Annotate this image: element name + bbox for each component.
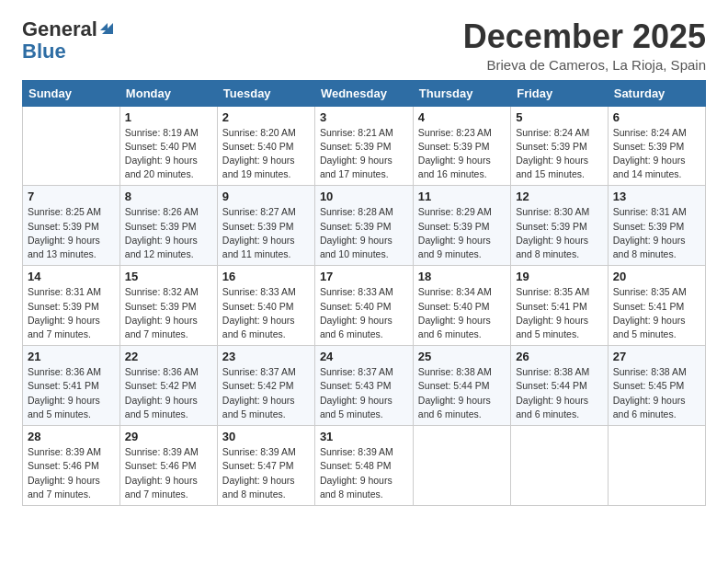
calendar-cell: 28Sunrise: 8:39 AMSunset: 5:46 PMDayligh… bbox=[23, 426, 120, 506]
day-number: 10 bbox=[320, 190, 408, 203]
day-number: 8 bbox=[125, 190, 212, 203]
title-block: December 2025 Brieva de Cameros, La Rioj… bbox=[463, 18, 706, 73]
day-number: 9 bbox=[222, 190, 310, 203]
day-detail: Sunrise: 8:24 AMSunset: 5:39 PMDaylight:… bbox=[516, 126, 603, 182]
day-detail: Sunrise: 8:39 AMSunset: 5:46 PMDaylight:… bbox=[28, 445, 115, 501]
day-detail: Sunrise: 8:23 AMSunset: 5:39 PMDaylight:… bbox=[418, 126, 506, 182]
calendar-cell: 5Sunrise: 8:24 AMSunset: 5:39 PMDaylight… bbox=[511, 106, 609, 186]
calendar-cell: 26Sunrise: 8:38 AMSunset: 5:44 PMDayligh… bbox=[511, 346, 609, 426]
day-detail: Sunrise: 8:39 AMSunset: 5:47 PMDaylight:… bbox=[222, 445, 310, 501]
day-number: 13 bbox=[613, 190, 700, 203]
calendar-cell: 8Sunrise: 8:26 AMSunset: 5:39 PMDaylight… bbox=[119, 186, 217, 266]
day-number: 14 bbox=[28, 270, 115, 283]
calendar-week-row: 7Sunrise: 8:25 AMSunset: 5:39 PMDaylight… bbox=[23, 186, 706, 266]
day-detail: Sunrise: 8:39 AMSunset: 5:48 PMDaylight:… bbox=[320, 445, 408, 501]
day-number: 19 bbox=[516, 270, 603, 283]
day-number: 31 bbox=[320, 430, 408, 443]
day-detail: Sunrise: 8:33 AMSunset: 5:40 PMDaylight:… bbox=[222, 285, 310, 341]
calendar-cell: 9Sunrise: 8:27 AMSunset: 5:39 PMDaylight… bbox=[217, 186, 314, 266]
calendar-week-row: 28Sunrise: 8:39 AMSunset: 5:46 PMDayligh… bbox=[23, 426, 706, 506]
calendar-table: SundayMondayTuesdayWednesdayThursdayFrid… bbox=[22, 80, 706, 506]
day-detail: Sunrise: 8:30 AMSunset: 5:39 PMDaylight:… bbox=[516, 205, 603, 261]
day-detail: Sunrise: 8:37 AMSunset: 5:42 PMDaylight:… bbox=[222, 365, 310, 421]
day-detail: Sunrise: 8:21 AMSunset: 5:39 PMDaylight:… bbox=[320, 126, 408, 182]
calendar-cell: 16Sunrise: 8:33 AMSunset: 5:40 PMDayligh… bbox=[217, 266, 314, 346]
day-detail: Sunrise: 8:29 AMSunset: 5:39 PMDaylight:… bbox=[418, 205, 506, 261]
calendar-week-row: 14Sunrise: 8:31 AMSunset: 5:39 PMDayligh… bbox=[23, 266, 706, 346]
calendar-header-row: SundayMondayTuesdayWednesdayThursdayFrid… bbox=[23, 80, 706, 106]
calendar-cell bbox=[23, 106, 120, 186]
day-detail: Sunrise: 8:31 AMSunset: 5:39 PMDaylight:… bbox=[28, 285, 115, 341]
calendar-cell: 12Sunrise: 8:30 AMSunset: 5:39 PMDayligh… bbox=[511, 186, 609, 266]
calendar-week-row: 21Sunrise: 8:36 AMSunset: 5:41 PMDayligh… bbox=[23, 346, 706, 426]
day-detail: Sunrise: 8:38 AMSunset: 5:44 PMDaylight:… bbox=[418, 365, 506, 421]
day-detail: Sunrise: 8:38 AMSunset: 5:45 PMDaylight:… bbox=[613, 365, 700, 421]
day-number: 1 bbox=[125, 110, 212, 124]
calendar-cell: 18Sunrise: 8:34 AMSunset: 5:40 PMDayligh… bbox=[413, 266, 510, 346]
day-detail: Sunrise: 8:25 AMSunset: 5:39 PMDaylight:… bbox=[28, 205, 115, 261]
day-number: 11 bbox=[418, 190, 506, 203]
logo: General Blue bbox=[22, 18, 113, 63]
month-title: December 2025 bbox=[463, 18, 706, 55]
day-number: 23 bbox=[222, 350, 310, 363]
day-number: 30 bbox=[222, 430, 310, 443]
logo-blue: Blue bbox=[22, 40, 66, 63]
svg-marker-1 bbox=[100, 23, 108, 30]
calendar-cell: 29Sunrise: 8:39 AMSunset: 5:46 PMDayligh… bbox=[119, 426, 217, 506]
day-number: 22 bbox=[125, 350, 212, 363]
day-detail: Sunrise: 8:28 AMSunset: 5:39 PMDaylight:… bbox=[320, 205, 408, 261]
day-number: 7 bbox=[28, 190, 115, 203]
calendar-cell: 10Sunrise: 8:28 AMSunset: 5:39 PMDayligh… bbox=[314, 186, 413, 266]
day-detail: Sunrise: 8:27 AMSunset: 5:39 PMDaylight:… bbox=[222, 205, 310, 261]
day-detail: Sunrise: 8:24 AMSunset: 5:39 PMDaylight:… bbox=[613, 126, 700, 182]
day-detail: Sunrise: 8:26 AMSunset: 5:39 PMDaylight:… bbox=[125, 205, 212, 261]
day-number: 18 bbox=[418, 270, 506, 283]
day-detail: Sunrise: 8:37 AMSunset: 5:43 PMDaylight:… bbox=[320, 365, 408, 421]
calendar-cell: 19Sunrise: 8:35 AMSunset: 5:41 PMDayligh… bbox=[511, 266, 609, 346]
calendar-cell: 3Sunrise: 8:21 AMSunset: 5:39 PMDaylight… bbox=[314, 106, 413, 186]
calendar-cell bbox=[511, 426, 609, 506]
day-detail: Sunrise: 8:35 AMSunset: 5:41 PMDaylight:… bbox=[516, 285, 603, 341]
day-number: 24 bbox=[320, 350, 408, 363]
calendar-cell: 31Sunrise: 8:39 AMSunset: 5:48 PMDayligh… bbox=[314, 426, 413, 506]
day-detail: Sunrise: 8:36 AMSunset: 5:41 PMDaylight:… bbox=[28, 365, 115, 421]
day-number: 3 bbox=[320, 110, 408, 124]
day-number: 27 bbox=[613, 350, 700, 363]
calendar-cell: 7Sunrise: 8:25 AMSunset: 5:39 PMDaylight… bbox=[23, 186, 120, 266]
day-detail: Sunrise: 8:34 AMSunset: 5:40 PMDaylight:… bbox=[418, 285, 506, 341]
day-number: 25 bbox=[418, 350, 506, 363]
location: Brieva de Cameros, La Rioja, Spain bbox=[463, 57, 706, 73]
weekday-header: Sunday bbox=[23, 80, 120, 106]
day-detail: Sunrise: 8:33 AMSunset: 5:40 PMDaylight:… bbox=[320, 285, 408, 341]
day-detail: Sunrise: 8:32 AMSunset: 5:39 PMDaylight:… bbox=[125, 285, 212, 341]
day-number: 2 bbox=[222, 110, 310, 124]
weekday-header: Saturday bbox=[608, 80, 705, 106]
day-number: 4 bbox=[418, 110, 506, 124]
calendar-cell: 27Sunrise: 8:38 AMSunset: 5:45 PMDayligh… bbox=[608, 346, 705, 426]
calendar-cell: 24Sunrise: 8:37 AMSunset: 5:43 PMDayligh… bbox=[314, 346, 413, 426]
calendar-cell: 6Sunrise: 8:24 AMSunset: 5:39 PMDaylight… bbox=[608, 106, 705, 186]
day-number: 16 bbox=[222, 270, 310, 283]
calendar-cell: 17Sunrise: 8:33 AMSunset: 5:40 PMDayligh… bbox=[314, 266, 413, 346]
day-detail: Sunrise: 8:20 AMSunset: 5:40 PMDaylight:… bbox=[222, 126, 310, 182]
day-number: 26 bbox=[516, 350, 603, 363]
weekday-header: Wednesday bbox=[314, 80, 413, 106]
day-number: 29 bbox=[125, 430, 212, 443]
weekday-header: Friday bbox=[511, 80, 609, 106]
weekday-header: Tuesday bbox=[217, 80, 314, 106]
calendar-cell: 25Sunrise: 8:38 AMSunset: 5:44 PMDayligh… bbox=[413, 346, 510, 426]
logo-triangle-icon bbox=[100, 19, 113, 34]
day-detail: Sunrise: 8:19 AMSunset: 5:40 PMDaylight:… bbox=[125, 126, 212, 182]
calendar-cell: 23Sunrise: 8:37 AMSunset: 5:42 PMDayligh… bbox=[217, 346, 314, 426]
calendar-cell: 14Sunrise: 8:31 AMSunset: 5:39 PMDayligh… bbox=[23, 266, 120, 346]
weekday-header: Thursday bbox=[413, 80, 510, 106]
calendar-cell bbox=[413, 426, 510, 506]
calendar-cell: 4Sunrise: 8:23 AMSunset: 5:39 PMDaylight… bbox=[413, 106, 510, 186]
day-number: 17 bbox=[320, 270, 408, 283]
day-detail: Sunrise: 8:31 AMSunset: 5:39 PMDaylight:… bbox=[613, 205, 700, 261]
day-number: 6 bbox=[613, 110, 700, 124]
calendar-cell bbox=[608, 426, 705, 506]
day-detail: Sunrise: 8:35 AMSunset: 5:41 PMDaylight:… bbox=[613, 285, 700, 341]
calendar-cell: 11Sunrise: 8:29 AMSunset: 5:39 PMDayligh… bbox=[413, 186, 510, 266]
calendar-cell: 30Sunrise: 8:39 AMSunset: 5:47 PMDayligh… bbox=[217, 426, 314, 506]
